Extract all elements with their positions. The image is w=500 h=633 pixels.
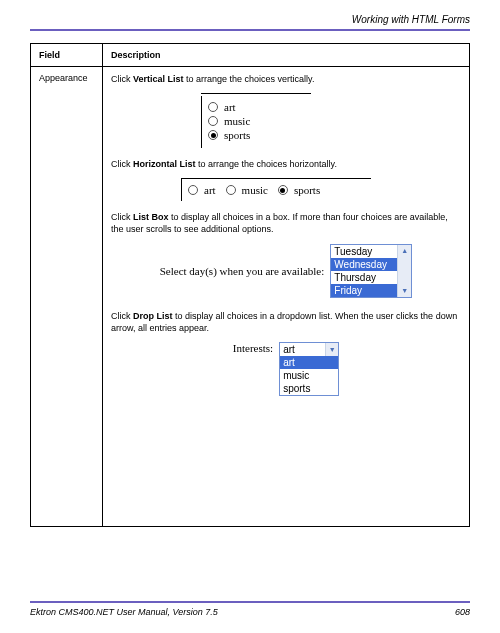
- chevron-down-icon[interactable]: ▼: [325, 343, 338, 356]
- drop-item[interactable]: sports: [280, 382, 338, 395]
- footer-page-number: 608: [455, 607, 470, 617]
- para-vertical-list: Click Vertical List to arrange the choic…: [111, 73, 461, 85]
- radio-icon: [188, 185, 198, 195]
- field-description-table: Field Description Appearance Click Verti…: [30, 43, 470, 527]
- vertical-list-example: art music sports: [201, 93, 311, 148]
- drop-list[interactable]: art ▼ art music sports: [279, 342, 339, 396]
- scroll-down-icon[interactable]: ▼: [398, 285, 411, 297]
- header-rule: [30, 29, 470, 31]
- drop-item[interactable]: music: [280, 369, 338, 382]
- para-drop-list: Click Drop List to display all choices i…: [111, 310, 461, 334]
- radio-icon-selected: [278, 185, 288, 195]
- page-footer: Ektron CMS400.NET User Manual, Version 7…: [30, 601, 470, 617]
- list-box-prompt: Select day(s) when you are available:: [160, 265, 325, 277]
- radio-option[interactable]: music: [226, 183, 268, 197]
- radio-icon-selected: [208, 130, 218, 140]
- para-horizontal-list: Click Horizontal List to arrange the cho…: [111, 158, 461, 170]
- scrollbar[interactable]: ▲ ▼: [397, 245, 411, 297]
- description-cell: Click Vertical List to arrange the choic…: [103, 67, 470, 527]
- radio-icon: [208, 116, 218, 126]
- radio-option[interactable]: sports: [278, 183, 320, 197]
- radio-option[interactable]: art: [188, 183, 216, 197]
- radio-icon: [226, 185, 236, 195]
- section-title: Working with HTML Forms: [30, 14, 470, 25]
- list-item[interactable]: Friday: [331, 284, 397, 297]
- list-box-example: Select day(s) when you are available: Tu…: [111, 244, 461, 298]
- radio-option[interactable]: sports: [208, 128, 305, 142]
- scroll-up-icon[interactable]: ▲: [398, 245, 411, 257]
- drop-item[interactable]: art: [280, 356, 338, 369]
- horizontal-list-example: art music sports: [181, 178, 371, 201]
- list-item[interactable]: Thursday: [331, 271, 397, 284]
- list-box[interactable]: Tuesday Wednesday Thursday Friday ▲ ▼: [330, 244, 412, 298]
- list-item[interactable]: Tuesday: [331, 245, 397, 258]
- drop-selected: art: [280, 343, 325, 356]
- col-header-description: Description: [103, 44, 470, 67]
- col-header-field: Field: [31, 44, 103, 67]
- footer-rule: [30, 601, 470, 603]
- drop-list-example: Interests: art ▼ art music sports: [111, 342, 461, 396]
- para-list-box: Click List Box to display all choices in…: [111, 211, 461, 235]
- footer-manual-title: Ektron CMS400.NET User Manual, Version 7…: [30, 607, 218, 617]
- drop-list-label: Interests:: [233, 342, 273, 354]
- radio-icon: [208, 102, 218, 112]
- field-name-cell: Appearance: [31, 67, 103, 527]
- radio-option[interactable]: art: [208, 100, 305, 114]
- radio-option[interactable]: music: [208, 114, 305, 128]
- list-item[interactable]: Wednesday: [331, 258, 397, 271]
